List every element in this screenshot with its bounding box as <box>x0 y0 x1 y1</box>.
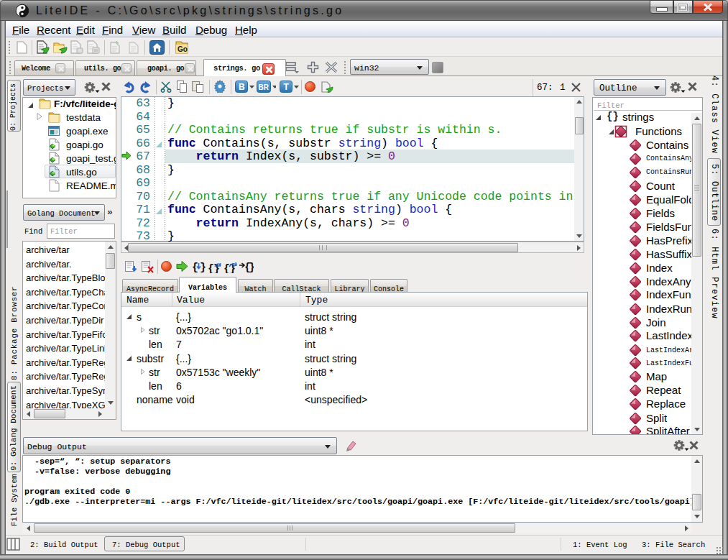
svg-text:}: } <box>200 262 206 273</box>
svg-text:Go: Go <box>178 45 188 53</box>
svg-text:}: } <box>249 262 254 273</box>
svg-text:T: T <box>284 82 290 92</box>
svg-text:BR: BR <box>259 83 269 91</box>
svg-text:B: B <box>239 82 245 92</box>
